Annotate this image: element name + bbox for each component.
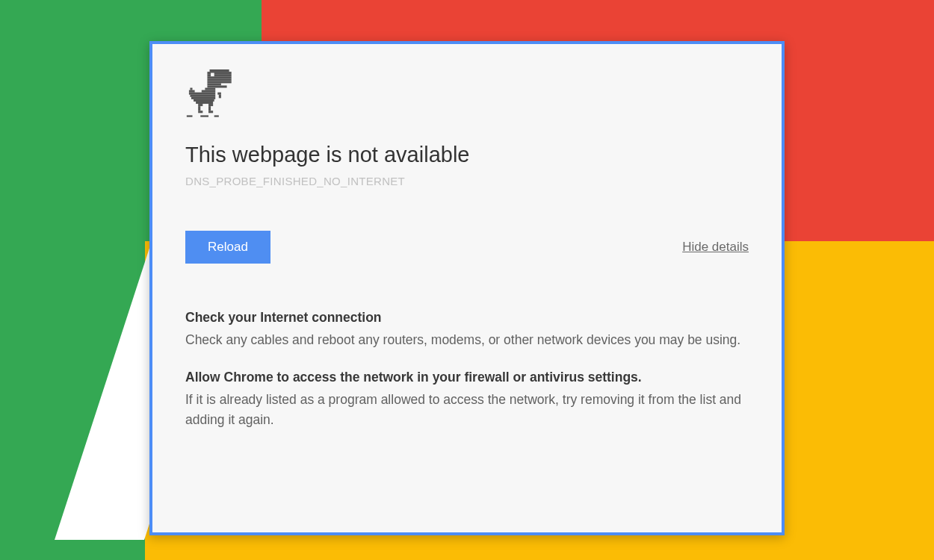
svg-rect-7 bbox=[207, 85, 226, 87]
svg-rect-16 bbox=[219, 95, 221, 99]
svg-rect-0 bbox=[210, 69, 229, 72]
error-card: This webpage is not available DNS_PROBE_… bbox=[149, 41, 785, 535]
svg-rect-23 bbox=[208, 106, 211, 111]
action-row: Reload Hide details bbox=[185, 231, 749, 264]
svg-rect-6 bbox=[207, 83, 220, 85]
detail-block: Check your Internet connection Check any… bbox=[185, 310, 749, 350]
svg-rect-17 bbox=[191, 97, 215, 99]
svg-rect-20 bbox=[198, 104, 202, 106]
svg-rect-28 bbox=[214, 115, 219, 116]
svg-rect-13 bbox=[189, 93, 215, 95]
svg-rect-8 bbox=[211, 73, 214, 77]
svg-rect-19 bbox=[196, 102, 213, 104]
svg-rect-21 bbox=[208, 104, 213, 106]
svg-rect-9 bbox=[205, 88, 215, 90]
svg-rect-12 bbox=[202, 90, 215, 93]
error-title: This webpage is not available bbox=[185, 143, 749, 167]
svg-rect-18 bbox=[194, 99, 214, 102]
svg-rect-26 bbox=[187, 115, 193, 116]
svg-rect-14 bbox=[217, 93, 221, 95]
svg-rect-11 bbox=[189, 90, 195, 93]
hide-details-link[interactable]: Hide details bbox=[682, 240, 749, 255]
error-code: DNS_PROBE_FINISHED_NO_INTERNET bbox=[185, 175, 749, 187]
dinosaur-icon bbox=[185, 69, 232, 119]
svg-rect-27 bbox=[200, 115, 208, 116]
dino-icon[interactable] bbox=[185, 69, 749, 119]
svg-rect-3 bbox=[207, 76, 231, 78]
detail-block: Allow Chrome to access the network in yo… bbox=[185, 370, 749, 430]
svg-rect-4 bbox=[207, 78, 231, 81]
svg-rect-10 bbox=[190, 88, 192, 90]
detail-heading: Check your Internet connection bbox=[185, 310, 749, 326]
svg-rect-22 bbox=[198, 106, 200, 111]
detail-heading: Allow Chrome to access the network in yo… bbox=[185, 370, 749, 385]
detail-body: If it is already listed as a program all… bbox=[185, 390, 749, 430]
detail-body: Check any cables and reboot any routers,… bbox=[185, 330, 749, 350]
reload-button[interactable]: Reload bbox=[185, 231, 270, 264]
svg-rect-24 bbox=[198, 111, 202, 113]
svg-rect-25 bbox=[208, 111, 213, 113]
svg-rect-15 bbox=[190, 95, 215, 97]
svg-rect-5 bbox=[207, 81, 231, 83]
